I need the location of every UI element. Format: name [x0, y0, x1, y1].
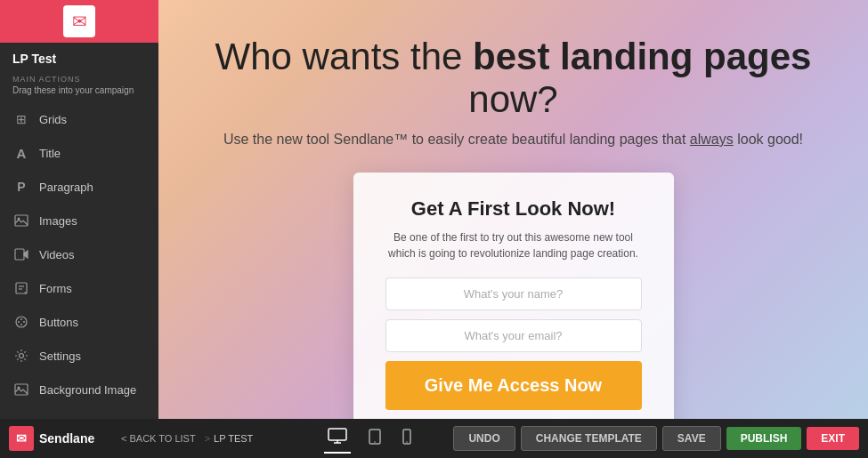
canvas-subheadline: Use the new tool Sendlane™ to easily cre… — [223, 132, 803, 148]
project-title: LP Test — [12, 52, 146, 66]
svg-point-7 — [16, 317, 27, 327]
images-icon — [12, 212, 30, 229]
grids-icon: ⊞ — [12, 110, 30, 128]
svg-rect-13 — [15, 384, 28, 395]
device-icons — [285, 424, 454, 454]
sidebar-item-images[interactable]: Images — [0, 204, 158, 237]
undo-button[interactable]: UNDO — [453, 426, 515, 451]
logo-icon: ✉ — [63, 5, 95, 37]
sidebar-logo: ✉ — [0, 0, 158, 43]
videos-icon — [12, 245, 30, 263]
card-title: Get A First Look Now! — [411, 197, 615, 221]
headline-end: now? — [468, 78, 557, 120]
sidebar-item-paragraph-label: Paragraph — [39, 181, 93, 194]
sidebar-item-title-label: Title — [39, 147, 61, 160]
name-input[interactable] — [385, 277, 642, 310]
sidebar: ✉ LP Test MAIN ACTIONS Drag these into y… — [0, 0, 158, 419]
canvas-headline: Who wants the best landing pages now? — [176, 36, 850, 121]
canvas-area: Who wants the best landing pages now? Us… — [158, 0, 868, 419]
svg-point-21 — [406, 441, 408, 443]
back-link[interactable]: < BACK TO LIST — [116, 433, 201, 444]
sidebar-project: LP Test — [0, 43, 158, 69]
sidebar-item-videos-label: Videos — [39, 248, 75, 261]
sidebar-item-title[interactable]: A Title — [0, 136, 158, 170]
exit-button[interactable]: EXIT — [807, 427, 859, 450]
current-page-label: LP TEST — [214, 433, 253, 444]
bottom-logo-icon: ✉ — [9, 426, 34, 451]
svg-point-11 — [20, 324, 22, 325]
sidebar-item-forms[interactable]: Forms — [0, 271, 158, 305]
bottom-logo-text: Sendlane — [39, 431, 94, 446]
svg-marker-3 — [24, 251, 28, 258]
headline-plain: Who wants the — [215, 36, 473, 77]
svg-point-9 — [20, 318, 22, 320]
desktop-icon[interactable] — [324, 424, 351, 454]
svg-rect-4 — [16, 283, 27, 293]
sidebar-item-grids-label: Grids — [39, 113, 67, 126]
sidebar-item-background[interactable]: Background Image — [0, 373, 158, 406]
svg-rect-2 — [15, 249, 24, 260]
svg-point-8 — [18, 321, 20, 323]
bottom-bar: ✉ Sendlane < BACK TO LIST > LP TEST UNDO… — [0, 419, 868, 458]
main-content: Who wants the best landing pages now? Us… — [158, 0, 868, 419]
card-subtitle: Be one of the first to try out this awes… — [385, 229, 642, 261]
bottom-nav: < BACK TO LIST > LP TEST — [116, 433, 285, 444]
headline-bold: best landing pages — [473, 36, 811, 77]
settings-icon — [12, 347, 30, 365]
paragraph-icon: P — [12, 178, 30, 196]
drag-hint: Drag these into your campaign — [0, 84, 158, 102]
svg-point-10 — [23, 321, 25, 323]
title-icon: A — [12, 144, 30, 162]
sidebar-nav: ⊞ Grids A Title P Paragraph Images — [0, 102, 158, 419]
forms-icon — [12, 279, 30, 297]
publish-button[interactable]: PUBLISH — [726, 427, 802, 450]
sidebar-item-paragraph[interactable]: P Paragraph — [0, 170, 158, 204]
sidebar-item-videos[interactable]: Videos — [0, 237, 158, 271]
sidebar-item-images-label: Images — [39, 214, 77, 228]
svg-point-12 — [20, 354, 24, 358]
change-template-button[interactable]: CHANGE TEMPLATE — [521, 426, 657, 451]
breadcrumb-separator: > — [201, 433, 214, 444]
sidebar-item-buttons[interactable]: Buttons — [0, 305, 158, 339]
background-icon — [12, 381, 30, 398]
sidebar-item-buttons-label: Buttons — [39, 316, 78, 329]
svg-rect-0 — [15, 215, 28, 226]
save-button[interactable]: SAVE — [662, 426, 721, 451]
sidebar-item-forms-label: Forms — [39, 282, 72, 295]
bottom-actions: UNDO CHANGE TEMPLATE SAVE PUBLISH EXIT — [453, 426, 859, 451]
mobile-icon[interactable] — [399, 425, 415, 453]
sidebar-item-grids[interactable]: ⊞ Grids — [0, 102, 158, 136]
sidebar-item-settings-label: Settings — [39, 350, 81, 363]
tablet-icon[interactable] — [365, 425, 385, 453]
opt-in-card: Get A First Look Now! Be one of the firs… — [353, 173, 674, 419]
svg-rect-15 — [329, 429, 346, 440]
actions-label: MAIN ACTIONS — [0, 75, 158, 84]
svg-point-19 — [374, 441, 376, 443]
email-input[interactable] — [385, 319, 642, 352]
bottom-logo: ✉ Sendlane — [9, 426, 116, 451]
sidebar-item-settings[interactable]: Settings — [0, 339, 158, 373]
cta-button[interactable]: Give Me Access Now — [385, 361, 642, 410]
buttons-icon — [12, 313, 30, 331]
sidebar-item-background-label: Background Image — [39, 383, 136, 397]
